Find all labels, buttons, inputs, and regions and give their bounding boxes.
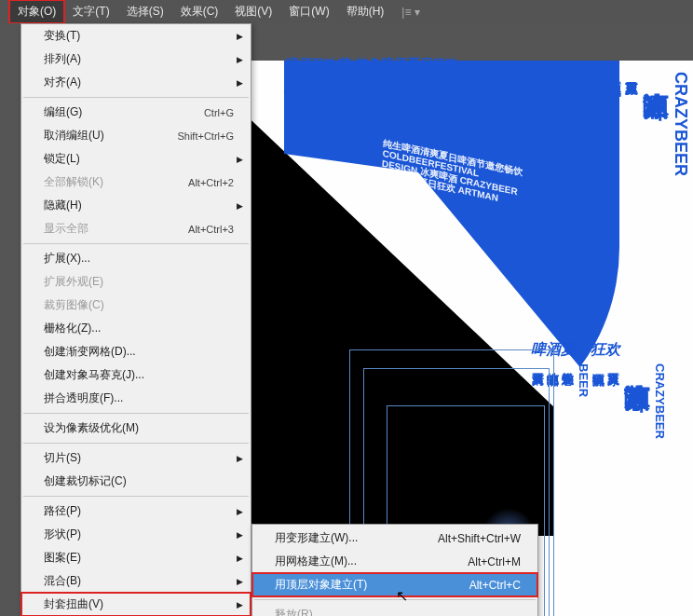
menu-effect[interactable]: 效果(C) xyxy=(172,0,227,23)
menu-hide[interactable]: 隐藏(H)▶ xyxy=(21,194,251,217)
menu-blend[interactable]: 混合(B)▶ xyxy=(21,569,251,593)
menu-group[interactable]: 编组(G)Ctrl+G xyxy=(21,101,251,124)
menu-help[interactable]: 帮助(H) xyxy=(338,0,393,23)
menu-object[interactable]: 对象(O) xyxy=(9,0,64,23)
chevron-right-icon: ▶ xyxy=(237,32,243,41)
menu-show-all: 显示全部Alt+Ctrl+3 xyxy=(21,217,251,240)
menu-separator xyxy=(23,97,249,98)
chevron-right-icon: ▶ xyxy=(237,554,243,563)
menu-slice[interactable]: 切片(S)▶ xyxy=(21,446,251,470)
menu-view[interactable]: 视图(V) xyxy=(226,0,280,23)
menu-trim-marks[interactable]: 创建裁切标记(C) xyxy=(21,470,251,493)
menu-separator xyxy=(23,413,249,414)
menu-separator xyxy=(23,243,249,244)
chevron-right-icon: ▶ xyxy=(237,507,243,516)
menu-align[interactable]: 对齐(A)▶ xyxy=(21,71,251,94)
chevron-right-icon: ▶ xyxy=(237,530,243,540)
menu-select[interactable]: 选择(S) xyxy=(118,0,172,23)
submenu-make-with-warp[interactable]: 用变形建立(W)...Alt+Shift+Ctrl+W xyxy=(252,527,537,550)
menu-flatten-transparency[interactable]: 拼合透明度(F)... xyxy=(21,387,251,410)
menubar: 对象(O) 文字(T) 选择(S) 效果(C) 视图(V) 窗口(W) 帮助(H… xyxy=(0,0,693,23)
chevron-right-icon: ▶ xyxy=(237,600,243,609)
menu-ungroup[interactable]: 取消编组(U)Shift+Ctrl+G xyxy=(21,124,251,147)
chevron-right-icon: ▶ xyxy=(237,454,243,463)
chevron-right-icon: ▶ xyxy=(237,78,243,88)
menu-unlock-all: 全部解锁(K)Alt+Ctrl+2 xyxy=(21,171,251,194)
submenu-release: 释放(R) xyxy=(252,603,537,616)
menu-separator xyxy=(23,443,249,444)
menu-expand-appearance: 扩展外观(E) xyxy=(21,270,251,294)
menu-envelope-distort[interactable]: 封套扭曲(V)▶ xyxy=(21,593,251,616)
menu-window[interactable]: 窗口(W) xyxy=(280,0,337,23)
menu-rasterize[interactable]: 栅格化(Z)... xyxy=(21,317,251,340)
menu-object-mosaic[interactable]: 创建对象马赛克(J)... xyxy=(21,363,251,387)
poster-white-text: 纯生啤酒清爽夏日啤酒节邀您畅饮COLDBEERFESTIVALDESIGN 冰爽… xyxy=(381,138,625,229)
menu-gradient-mesh[interactable]: 创建渐变网格(D)... xyxy=(21,340,251,363)
menubar-extra: |≡ ▾ xyxy=(401,6,419,19)
envelope-distort-submenu: 用变形建立(W)...Alt+Shift+Ctrl+W 用网格建立(M)...A… xyxy=(251,524,538,616)
menu-transform[interactable]: 变换(T)▶ xyxy=(21,24,251,48)
menu-pattern[interactable]: 图案(E)▶ xyxy=(21,546,251,569)
menu-path[interactable]: 路径(P)▶ xyxy=(21,500,251,523)
menu-lock[interactable]: 锁定(L)▶ xyxy=(21,147,251,171)
menu-arrange[interactable]: 排列(A)▶ xyxy=(21,48,251,71)
chevron-right-icon: ▶ xyxy=(237,577,243,586)
submenu-make-with-mesh[interactable]: 用网格建立(M)...Alt+Ctrl+M xyxy=(252,550,537,573)
submenu-make-with-top-object[interactable]: 用顶层对象建立(T)Alt+Ctrl+C xyxy=(252,573,537,596)
menu-text[interactable]: 文字(T) xyxy=(64,0,117,23)
chevron-right-icon: ▶ xyxy=(237,201,243,211)
poster-bottom-text: 啤酒夏日狂欢 清爽夏日 纯生啤酒 邀您畅饮 BEER 疯狂啤酒 冰爽夏日 冰爽啤… xyxy=(531,340,693,439)
chevron-right-icon: ▶ xyxy=(237,155,243,164)
menu-separator xyxy=(254,599,536,600)
menu-expand[interactable]: 扩展(X)... xyxy=(21,247,251,270)
menu-shape[interactable]: 形状(P)▶ xyxy=(21,523,251,546)
menu-separator xyxy=(23,496,249,497)
chevron-right-icon: ▶ xyxy=(237,55,243,64)
menu-pixel-perfect[interactable]: 设为像素级优化(M) xyxy=(21,417,251,440)
menu-crop-image: 裁剪图像(C) xyxy=(21,294,251,317)
object-menu-dropdown: 变换(T)▶ 排列(A)▶ 对齐(A)▶ 编组(G)Ctrl+G 取消编组(U)… xyxy=(20,23,251,616)
